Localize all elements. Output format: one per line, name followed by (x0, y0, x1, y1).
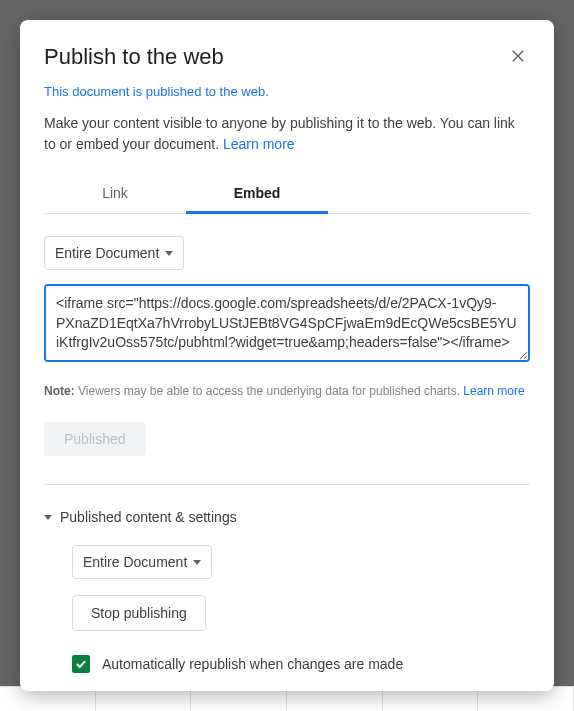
dialog-title: Publish to the web (44, 44, 224, 70)
dialog-description: Make your content visible to anyone by p… (44, 113, 530, 155)
scope-dropdown[interactable]: Entire Document (44, 236, 184, 270)
auto-republish-checkbox[interactable] (72, 655, 90, 673)
caret-down-icon (193, 560, 201, 565)
close-button[interactable] (506, 44, 530, 68)
settings-toggle[interactable]: Published content & settings (44, 509, 530, 525)
stop-publishing-button[interactable]: Stop publishing (72, 595, 206, 631)
divider (44, 484, 530, 485)
close-icon (509, 47, 527, 65)
caret-down-icon (165, 251, 173, 256)
note-body: Viewers may be able to access the underl… (75, 384, 464, 398)
tabs: Link Embed (44, 175, 530, 214)
note-learn-more-link[interactable]: Learn more (463, 384, 524, 398)
settings-header-label: Published content & settings (60, 509, 237, 525)
note-text: Note: Viewers may be able to access the … (44, 384, 530, 398)
scope-dropdown-label: Entire Document (55, 245, 159, 261)
settings-scope-dropdown[interactable]: Entire Document (72, 545, 212, 579)
publish-dialog: Publish to the web This document is publ… (20, 20, 554, 691)
published-button: Published (44, 422, 146, 456)
check-icon (74, 657, 88, 671)
triangle-down-icon (44, 515, 52, 520)
auto-republish-label: Automatically republish when changes are… (102, 656, 403, 672)
settings-scope-label: Entire Document (83, 554, 187, 570)
note-prefix: Note: (44, 384, 75, 398)
tab-embed[interactable]: Embed (186, 175, 328, 214)
learn-more-link[interactable]: Learn more (223, 136, 295, 152)
settings-body: Entire Document Stop publishing Automati… (44, 545, 530, 673)
embed-code-textarea[interactable] (44, 284, 530, 362)
tab-link[interactable]: Link (44, 175, 186, 213)
published-notice: This document is published to the web. (44, 84, 530, 99)
auto-republish-row: Automatically republish when changes are… (72, 655, 530, 673)
